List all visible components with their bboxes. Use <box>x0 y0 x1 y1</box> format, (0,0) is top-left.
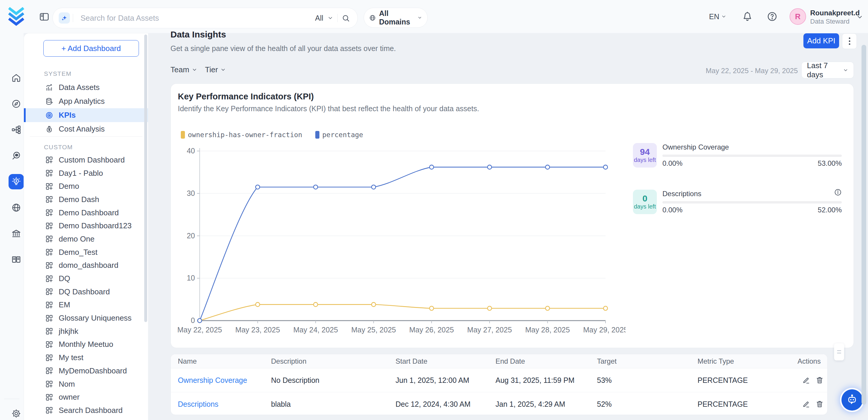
rail-insights-button[interactable] <box>8 174 24 189</box>
user-menu-chevron-icon[interactable] <box>856 13 863 21</box>
svg-text:20: 20 <box>187 232 195 240</box>
column-header: Actions <box>798 357 821 365</box>
sidebar-item-dashboard[interactable]: Demo Dashboard123 <box>24 219 148 233</box>
sidebar-item-dashboard[interactable]: Day1 - Pablo <box>24 167 148 180</box>
kpi-table: Name Description Start Date End Date Tar… <box>170 354 828 415</box>
sidebar-item-dashboard[interactable]: Nom <box>24 378 148 391</box>
sidebar-item-dashboard[interactable]: DQ Dashboard <box>24 285 148 299</box>
date-range-label: May 22, 2025 - May 29, 2025 <box>706 67 798 75</box>
chatbot-button[interactable] <box>841 389 863 411</box>
kpi-end-date: Jan 1, 2025, 4:29 AM <box>495 400 565 409</box>
rail-lineage-button[interactable] <box>8 122 24 138</box>
notifications-bell-icon[interactable] <box>742 11 753 22</box>
rail-observe-button[interactable] <box>8 148 24 163</box>
column-header: Description <box>271 357 306 365</box>
sidebar-item-dashboard[interactable]: Demo Dashboard <box>24 206 148 219</box>
avatar[interactable]: R <box>789 8 806 25</box>
delete-icon[interactable] <box>815 400 824 408</box>
legend-item[interactable]: percentage <box>315 131 363 139</box>
kpi-summary-ownership: 94 days left Ownership Coverage 0.00% 53… <box>633 143 842 178</box>
domains-filter[interactable]: All Domains <box>364 8 428 28</box>
sidebar-item-dashboard[interactable]: domo_dashboard <box>24 259 148 272</box>
sidebar-item-dashboard[interactable]: Monthly Meetuo <box>24 338 148 351</box>
sidebar-item-kpis[interactable]: KPIs <box>24 108 148 122</box>
add-kpi-button[interactable]: Add KPI <box>803 33 839 49</box>
sidebar-item-label: Demo_Test <box>59 248 98 257</box>
dashboard-grid-icon <box>45 235 53 243</box>
sidebar-item-dashboard[interactable]: Demo Dash <box>24 193 148 206</box>
dashboard-grid-icon <box>45 380 53 388</box>
sidebar-toggle-icon[interactable] <box>39 11 50 22</box>
edit-icon[interactable] <box>802 400 810 408</box>
rail-settings-button[interactable] <box>8 406 24 420</box>
kpi-name-link[interactable]: Ownership Coverage <box>178 376 247 385</box>
target-icon <box>45 111 53 119</box>
language-selector[interactable]: EN <box>709 0 726 33</box>
sidebar-item-label: DQ <box>59 274 70 283</box>
search-input[interactable]: Search for Data Assets All <box>53 8 358 28</box>
globe-icon <box>369 14 376 22</box>
days-left-label: days left <box>634 157 656 163</box>
rail-domains-button[interactable] <box>8 200 24 215</box>
language-label: EN <box>709 12 719 21</box>
dashboard-grid-icon <box>45 182 53 190</box>
app-logo-icon[interactable] <box>8 7 25 26</box>
edge-widget-tab[interactable] <box>834 343 844 360</box>
edit-icon[interactable] <box>802 376 810 384</box>
sidebar-item-dashboard[interactable]: Glossary Uniqueness <box>24 311 148 325</box>
robot-icon <box>846 394 858 406</box>
progress-bar <box>662 201 842 204</box>
sidebar-item-dashboard[interactable]: Search Dashboard <box>24 404 148 417</box>
sidebar-item-label: Demo Dashboard <box>59 208 119 217</box>
more-options-button[interactable] <box>842 33 857 49</box>
sidebar-scrollbar-thumb[interactable] <box>144 34 147 322</box>
sidebar-item-dashboard[interactable]: demo One <box>24 233 148 246</box>
main-scrollbar-thumb[interactable] <box>862 45 866 404</box>
progress-current: 0.00% <box>662 159 682 168</box>
rail-home-button[interactable] <box>8 70 24 86</box>
sidebar-item-cost-analysis[interactable]: Cost Analysis <box>24 122 148 136</box>
sidebar-item-label: owner <box>59 393 80 402</box>
help-icon[interactable] <box>767 11 777 22</box>
sidebar-item-dashboard[interactable]: owner <box>24 390 148 404</box>
sidebar-item-dashboard[interactable]: MyDemoDashboard <box>24 364 148 378</box>
svg-text:May 26, 2025: May 26, 2025 <box>409 326 454 334</box>
rail-governance-button[interactable] <box>8 226 24 241</box>
table-header: Name Description Start Date End Date Tar… <box>171 354 827 368</box>
sidebar-item-data-assets[interactable]: Data Assets <box>24 81 148 94</box>
rail-glossary-button[interactable] <box>8 252 24 267</box>
dashboard-grid-icon <box>45 340 53 349</box>
search-scope-select[interactable]: All <box>315 14 323 22</box>
date-range-select[interactable]: Last 7 days <box>801 62 854 79</box>
legend-item[interactable]: ownership-has-owner-fraction <box>181 131 302 139</box>
sidebar-item-dashboard[interactable]: DQ <box>24 272 148 285</box>
kpi-name-link[interactable]: Descriptions <box>178 400 219 409</box>
info-icon[interactable] <box>834 188 842 196</box>
search-icon[interactable] <box>342 14 350 22</box>
sidebar-item-dashboard[interactable]: jhkjhk <box>24 325 148 338</box>
column-header: End Date <box>495 357 525 365</box>
sidebar-item-app-analytics[interactable]: App Analytics <box>24 94 148 108</box>
delete-icon[interactable] <box>815 376 824 384</box>
sidebar-item-dashboard[interactable]: Demo <box>24 180 148 193</box>
rail-discover-button[interactable] <box>8 96 24 112</box>
sidebar-item-dashboard[interactable]: My test <box>24 351 148 364</box>
divider <box>73 14 73 22</box>
sidebar-item-dashboard[interactable]: Custom Dashboard <box>24 153 148 167</box>
sidebar-item-dashboard[interactable]: EM <box>24 299 148 312</box>
team-filter[interactable]: Team <box>170 64 197 76</box>
sidebar-item-label: demo One <box>59 235 94 244</box>
ai-sparkle-icon[interactable] <box>59 12 70 24</box>
chart-legend: ownership-has-owner-fraction percentage <box>181 131 363 139</box>
svg-text:40: 40 <box>187 147 195 155</box>
search-eye-icon <box>11 151 21 161</box>
sidebar-item-dashboard[interactable]: Demo_Test <box>24 246 148 259</box>
dashboard-grid-icon <box>45 275 53 283</box>
dashboard-grid-icon <box>45 156 53 164</box>
book-icon <box>11 254 21 265</box>
tier-filter[interactable]: Tier <box>205 64 226 76</box>
compass-icon <box>11 99 21 109</box>
sidebar-item-label: My test <box>59 353 84 362</box>
chevron-down-icon[interactable] <box>328 15 333 21</box>
add-dashboard-button[interactable]: + Add Dashboard <box>43 40 139 57</box>
